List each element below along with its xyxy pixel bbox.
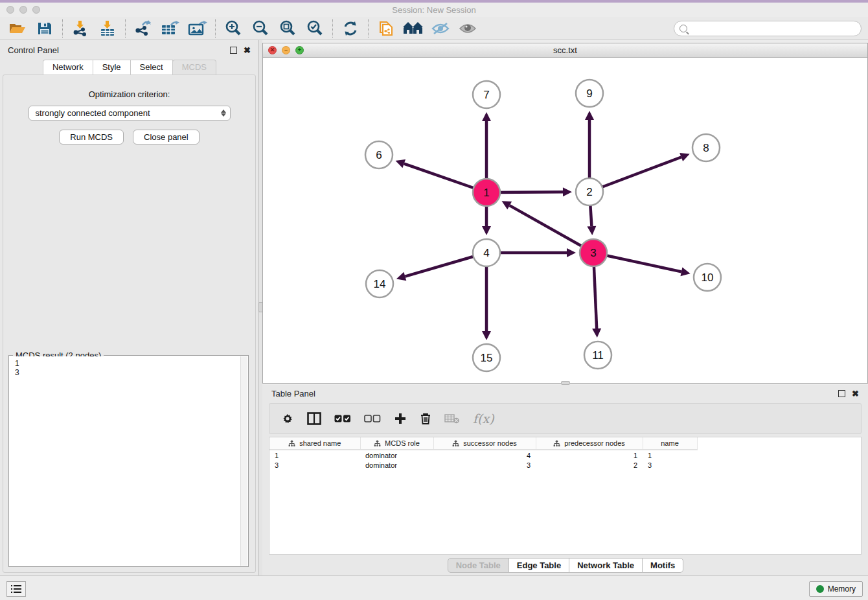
- column-header-shared-name[interactable]: shared name: [269, 437, 360, 450]
- search-input[interactable]: [691, 24, 852, 33]
- edge-arrowhead: [585, 111, 594, 120]
- search-icon: [680, 25, 687, 32]
- node-attribute-icon: [374, 440, 381, 447]
- graph-node-label: 2: [586, 186, 592, 198]
- titlebar[interactable]: Session: New Session: [0, 3, 868, 17]
- float-panel-icon[interactable]: [230, 47, 237, 54]
- table-cell[interactable]: 3: [269, 460, 360, 470]
- table-cell[interactable]: dominator: [360, 460, 433, 470]
- column-header-mcds-role[interactable]: MCDS role: [360, 437, 433, 450]
- show-all-icon[interactable]: [457, 19, 479, 38]
- result-scrollbar[interactable]: [240, 356, 247, 566]
- table-row[interactable]: 3dominator323: [269, 460, 697, 470]
- edge-arrowhead: [482, 112, 491, 121]
- control-panel: Control Panel ✖ Network Style Select MCD…: [0, 40, 259, 575]
- tab-edge-table[interactable]: Edge Table: [508, 558, 569, 573]
- memory-label: Memory: [828, 584, 856, 594]
- table-cell[interactable]: 1: [536, 450, 643, 460]
- delete-table-icon[interactable]: [444, 413, 460, 424]
- tab-motifs[interactable]: Motifs: [642, 558, 683, 573]
- copy-network-icon[interactable]: [375, 19, 397, 38]
- tab-network-table[interactable]: Network Table: [569, 558, 643, 573]
- open-file-icon[interactable]: [6, 19, 29, 38]
- run-mcds-button[interactable]: Run MCDS: [59, 130, 124, 144]
- node-attribute-icon: [553, 440, 560, 447]
- mcds-result-text[interactable]: 1 3: [10, 356, 240, 566]
- mcds-result-group: MCDS result (2 nodes) 1 3: [8, 355, 249, 567]
- hide-selected-icon[interactable]: [429, 19, 451, 38]
- export-network-icon[interactable]: [132, 19, 154, 38]
- refresh-icon[interactable]: [339, 19, 361, 38]
- graph-node-label: 14: [374, 278, 386, 290]
- list-icon: [11, 584, 21, 594]
- mcds-tab-content: Optimization criterion: strongly connect…: [3, 75, 256, 573]
- memory-status-icon: [816, 585, 824, 593]
- memory-button[interactable]: Memory: [809, 581, 863, 597]
- function-builder-icon[interactable]: f(x): [473, 411, 494, 426]
- zoom-fit-icon[interactable]: [277, 19, 299, 38]
- application-window: Session: New Session: [0, 0, 868, 600]
- table-cell[interactable]: 3: [433, 460, 536, 470]
- optimization-criterion-label: Optimization criterion:: [3, 89, 255, 99]
- graph-node-label: 15: [481, 352, 493, 364]
- graph-node-label: 7: [483, 89, 489, 101]
- table-toolbar: f(x): [269, 403, 862, 434]
- import-network-icon[interactable]: [69, 19, 91, 38]
- status-bar: Memory: [0, 575, 868, 600]
- task-history-button[interactable]: [6, 581, 26, 597]
- close-panel-button[interactable]: Close panel: [133, 130, 200, 144]
- table-cell[interactable]: 2: [536, 460, 643, 470]
- graph-node-label: 8: [703, 142, 709, 154]
- export-table-icon[interactable]: [159, 19, 181, 38]
- table-panel-title: Table Panel: [271, 389, 315, 398]
- column-header-successor-nodes[interactable]: successor nodes: [433, 437, 536, 450]
- table-row[interactable]: 1dominator411: [269, 450, 697, 460]
- tab-node-table[interactable]: Node Table: [448, 558, 509, 573]
- network-canvas[interactable]: 7968124314101511: [263, 58, 867, 383]
- select-all-checkboxes-icon[interactable]: [334, 414, 351, 423]
- graph-node-label: 3: [590, 247, 596, 259]
- save-session-icon[interactable]: [34, 19, 56, 38]
- close-table-panel-icon[interactable]: ✖: [852, 389, 859, 398]
- control-panel-title: Control Panel: [8, 45, 59, 55]
- close-panel-icon[interactable]: ✖: [244, 46, 251, 54]
- graph-node-label: 4: [483, 247, 489, 259]
- window-title: Session: New Session: [0, 5, 868, 15]
- zoom-out-icon[interactable]: [249, 19, 271, 38]
- node-attribute-icon: [288, 440, 295, 447]
- table-cell[interactable]: 3: [643, 460, 697, 470]
- table-panel: Table Panel ✖: [262, 385, 868, 575]
- network-titlebar[interactable]: ✕ – + scc.txt: [263, 43, 867, 58]
- zoom-selected-icon[interactable]: [304, 19, 326, 38]
- tab-mcds[interactable]: MCDS: [172, 60, 216, 75]
- network-view-window: ✕ – + scc.txt 7968124314101511: [262, 43, 868, 384]
- criterion-select[interactable]: strongly connected component: [29, 106, 231, 121]
- deselect-all-checkboxes-icon[interactable]: [364, 414, 381, 423]
- node-attribute-icon: [452, 440, 459, 447]
- network-title: scc.txt: [263, 45, 867, 55]
- graph-edge[interactable]: [510, 205, 593, 253]
- columns-icon[interactable]: [307, 412, 321, 425]
- table-cell[interactable]: 4: [433, 450, 536, 460]
- column-header-predecessor-nodes[interactable]: predecessor nodes: [536, 437, 643, 450]
- import-table-icon[interactable]: [97, 19, 119, 38]
- graph-node-label: 1: [483, 187, 489, 199]
- graph-edge[interactable]: [589, 157, 681, 192]
- tab-select[interactable]: Select: [130, 60, 173, 75]
- column-header-name[interactable]: name: [643, 437, 697, 450]
- delete-row-icon[interactable]: [420, 412, 431, 425]
- tab-style[interactable]: Style: [93, 60, 131, 75]
- table-cell[interactable]: 1: [269, 450, 360, 460]
- node-table[interactable]: shared name MCDS role successor nodes pr…: [269, 437, 862, 555]
- search-field[interactable]: [674, 21, 862, 36]
- first-neighbors-icon[interactable]: [402, 19, 424, 38]
- float-table-panel-icon[interactable]: [838, 390, 845, 397]
- tab-network[interactable]: Network: [43, 60, 93, 75]
- gear-icon[interactable]: [281, 412, 294, 425]
- add-row-icon[interactable]: [394, 412, 407, 425]
- zoom-in-icon[interactable]: [222, 19, 244, 38]
- table-cell[interactable]: 1: [643, 450, 697, 460]
- edge-arrowhead: [680, 268, 690, 277]
- export-image-icon[interactable]: [187, 19, 209, 38]
- table-cell[interactable]: dominator: [360, 450, 433, 460]
